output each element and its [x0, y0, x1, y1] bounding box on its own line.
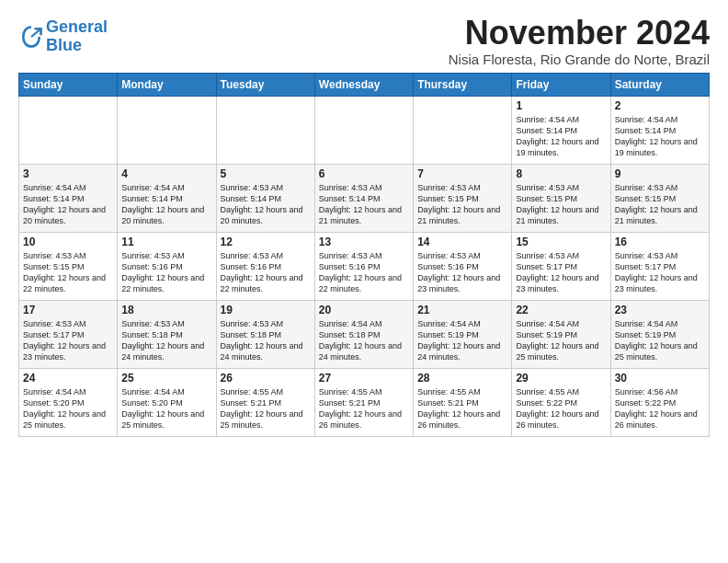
day-number: 15 — [516, 236, 606, 248]
cell-detail: Sunrise: 4:53 AM Sunset: 5:16 PM Dayligh… — [121, 250, 211, 295]
weekday-header-sunday: Sunday — [19, 73, 118, 96]
calendar-week-1: 1Sunrise: 4:54 AM Sunset: 5:14 PM Daylig… — [19, 96, 710, 164]
page: General Blue November 2024 Nisia Florest… — [0, 0, 728, 452]
calendar-cell: 28Sunrise: 4:55 AM Sunset: 5:21 PM Dayli… — [414, 368, 512, 436]
calendar-cell: 17Sunrise: 4:53 AM Sunset: 5:17 PM Dayli… — [19, 300, 118, 368]
cell-detail: Sunrise: 4:53 AM Sunset: 5:15 PM Dayligh… — [516, 182, 606, 227]
calendar-cell: 12Sunrise: 4:53 AM Sunset: 5:16 PM Dayli… — [216, 232, 314, 300]
calendar-week-3: 10Sunrise: 4:53 AM Sunset: 5:15 PM Dayli… — [19, 232, 710, 300]
calendar-cell: 5Sunrise: 4:53 AM Sunset: 5:14 PM Daylig… — [216, 164, 314, 232]
calendar-cell — [19, 96, 118, 164]
calendar-week-2: 3Sunrise: 4:54 AM Sunset: 5:14 PM Daylig… — [19, 164, 710, 232]
cell-detail: Sunrise: 4:53 AM Sunset: 5:15 PM Dayligh… — [23, 250, 113, 295]
month-title: November 2024 — [449, 15, 710, 52]
day-number: 13 — [319, 236, 409, 248]
cell-detail: Sunrise: 4:55 AM Sunset: 5:22 PM Dayligh… — [516, 386, 606, 431]
cell-detail: Sunrise: 4:53 AM Sunset: 5:16 PM Dayligh… — [319, 250, 409, 295]
weekday-header-tuesday: Tuesday — [216, 73, 314, 96]
calendar-cell: 24Sunrise: 4:54 AM Sunset: 5:20 PM Dayli… — [19, 368, 118, 436]
day-number: 3 — [23, 167, 113, 180]
logo: General Blue — [18, 18, 108, 55]
day-number: 2 — [615, 99, 705, 112]
calendar-cell: 15Sunrise: 4:53 AM Sunset: 5:17 PM Dayli… — [512, 232, 610, 300]
calendar-cell — [216, 96, 314, 164]
day-number: 9 — [615, 167, 705, 180]
location-subtitle: Nisia Floresta, Rio Grande do Norte, Bra… — [449, 52, 710, 67]
calendar-cell: 25Sunrise: 4:54 AM Sunset: 5:20 PM Dayli… — [118, 368, 216, 436]
cell-detail: Sunrise: 4:53 AM Sunset: 5:17 PM Dayligh… — [23, 318, 113, 363]
calendar-cell: 2Sunrise: 4:54 AM Sunset: 5:14 PM Daylig… — [610, 96, 709, 164]
cell-detail: Sunrise: 4:55 AM Sunset: 5:21 PM Dayligh… — [319, 386, 409, 431]
day-number: 10 — [23, 236, 113, 248]
day-number: 18 — [121, 304, 211, 316]
title-area: November 2024 Nisia Floresta, Rio Grande… — [449, 15, 710, 67]
calendar-cell — [314, 96, 413, 164]
day-number: 23 — [615, 304, 705, 316]
cell-detail: Sunrise: 4:55 AM Sunset: 5:21 PM Dayligh… — [221, 386, 311, 431]
cell-detail: Sunrise: 4:54 AM Sunset: 5:19 PM Dayligh… — [516, 318, 606, 363]
day-number: 29 — [516, 372, 606, 385]
cell-detail: Sunrise: 4:54 AM Sunset: 5:14 PM Dayligh… — [615, 114, 705, 159]
calendar-table: SundayMondayTuesdayWednesdayThursdayFrid… — [18, 73, 710, 437]
calendar-cell: 4Sunrise: 4:54 AM Sunset: 5:14 PM Daylig… — [118, 164, 216, 232]
calendar-week-5: 24Sunrise: 4:54 AM Sunset: 5:20 PM Dayli… — [19, 368, 710, 436]
logo-text: General Blue — [46, 18, 108, 55]
calendar-cell: 13Sunrise: 4:53 AM Sunset: 5:16 PM Dayli… — [314, 232, 413, 300]
calendar-cell: 26Sunrise: 4:55 AM Sunset: 5:21 PM Dayli… — [216, 368, 314, 436]
weekday-header-row: SundayMondayTuesdayWednesdayThursdayFrid… — [19, 73, 710, 96]
calendar-cell: 14Sunrise: 4:53 AM Sunset: 5:16 PM Dayli… — [414, 232, 512, 300]
calendar-cell — [118, 96, 216, 164]
cell-detail: Sunrise: 4:54 AM Sunset: 5:19 PM Dayligh… — [417, 318, 507, 363]
day-number: 19 — [221, 304, 311, 316]
calendar-cell: 22Sunrise: 4:54 AM Sunset: 5:19 PM Dayli… — [512, 300, 610, 368]
calendar-cell: 30Sunrise: 4:56 AM Sunset: 5:22 PM Dayli… — [610, 368, 709, 436]
cell-detail: Sunrise: 4:54 AM Sunset: 5:14 PM Dayligh… — [516, 114, 606, 159]
day-number: 17 — [23, 304, 113, 316]
day-number: 12 — [221, 236, 311, 248]
logo-icon — [18, 24, 44, 50]
calendar-cell: 19Sunrise: 4:53 AM Sunset: 5:18 PM Dayli… — [216, 300, 314, 368]
cell-detail: Sunrise: 4:53 AM Sunset: 5:17 PM Dayligh… — [516, 250, 606, 295]
day-number: 11 — [121, 236, 211, 248]
header: General Blue November 2024 Nisia Florest… — [18, 15, 710, 67]
calendar-cell: 10Sunrise: 4:53 AM Sunset: 5:15 PM Dayli… — [19, 232, 118, 300]
weekday-header-monday: Monday — [118, 73, 216, 96]
cell-detail: Sunrise: 4:53 AM Sunset: 5:18 PM Dayligh… — [121, 318, 211, 363]
day-number: 20 — [319, 304, 409, 316]
day-number: 28 — [417, 372, 507, 385]
weekday-header-wednesday: Wednesday — [314, 73, 413, 96]
day-number: 25 — [121, 372, 211, 385]
day-number: 30 — [615, 372, 705, 385]
day-number: 8 — [516, 167, 606, 180]
cell-detail: Sunrise: 4:54 AM Sunset: 5:14 PM Dayligh… — [121, 182, 211, 227]
logo-line2: Blue — [46, 36, 82, 54]
calendar-cell: 11Sunrise: 4:53 AM Sunset: 5:16 PM Dayli… — [118, 232, 216, 300]
logo-line1: General — [46, 17, 108, 36]
weekday-header-friday: Friday — [512, 73, 610, 96]
cell-detail: Sunrise: 4:55 AM Sunset: 5:21 PM Dayligh… — [417, 386, 507, 431]
calendar-cell: 18Sunrise: 4:53 AM Sunset: 5:18 PM Dayli… — [118, 300, 216, 368]
calendar-cell: 29Sunrise: 4:55 AM Sunset: 5:22 PM Dayli… — [512, 368, 610, 436]
cell-detail: Sunrise: 4:53 AM Sunset: 5:17 PM Dayligh… — [615, 250, 705, 295]
day-number: 4 — [121, 167, 211, 180]
day-number: 6 — [319, 167, 409, 180]
day-number: 21 — [417, 304, 507, 316]
calendar-cell: 20Sunrise: 4:54 AM Sunset: 5:18 PM Dayli… — [314, 300, 413, 368]
cell-detail: Sunrise: 4:53 AM Sunset: 5:15 PM Dayligh… — [417, 182, 507, 227]
calendar-cell: 16Sunrise: 4:53 AM Sunset: 5:17 PM Dayli… — [610, 232, 709, 300]
day-number: 26 — [221, 372, 311, 385]
cell-detail: Sunrise: 4:54 AM Sunset: 5:19 PM Dayligh… — [615, 318, 705, 363]
cell-detail: Sunrise: 4:53 AM Sunset: 5:14 PM Dayligh… — [221, 182, 311, 227]
calendar-cell: 1Sunrise: 4:54 AM Sunset: 5:14 PM Daylig… — [512, 96, 610, 164]
calendar-cell: 3Sunrise: 4:54 AM Sunset: 5:14 PM Daylig… — [19, 164, 118, 232]
cell-detail: Sunrise: 4:53 AM Sunset: 5:16 PM Dayligh… — [417, 250, 507, 295]
cell-detail: Sunrise: 4:53 AM Sunset: 5:16 PM Dayligh… — [221, 250, 311, 295]
calendar-cell: 7Sunrise: 4:53 AM Sunset: 5:15 PM Daylig… — [414, 164, 512, 232]
cell-detail: Sunrise: 4:53 AM Sunset: 5:18 PM Dayligh… — [221, 318, 311, 363]
day-number: 5 — [221, 167, 311, 180]
cell-detail: Sunrise: 4:54 AM Sunset: 5:20 PM Dayligh… — [23, 386, 113, 431]
calendar-cell — [414, 96, 512, 164]
cell-detail: Sunrise: 4:54 AM Sunset: 5:14 PM Dayligh… — [23, 182, 113, 227]
weekday-header-thursday: Thursday — [414, 73, 512, 96]
day-number: 14 — [417, 236, 507, 248]
